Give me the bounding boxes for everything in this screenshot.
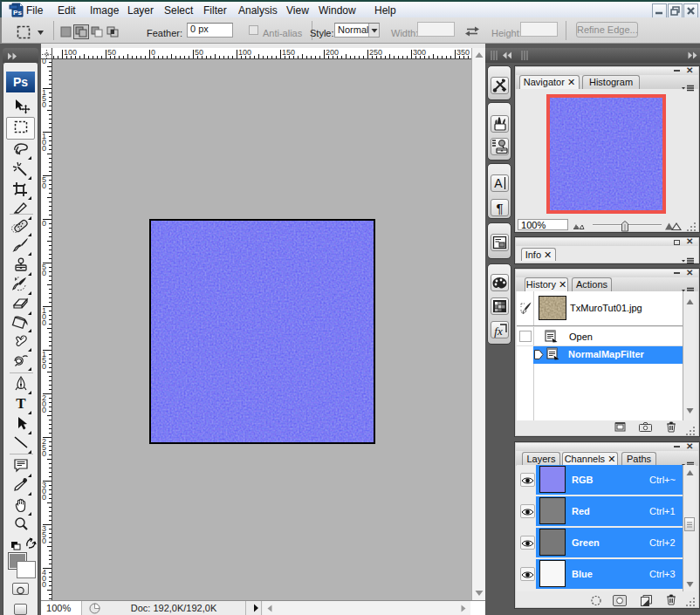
- svg-text:A: A: [494, 176, 503, 190]
- svg-text:¶: ¶: [496, 201, 503, 215]
- svg-text:Ps: Ps: [13, 9, 22, 17]
- svg-text:fx: fx: [494, 325, 503, 338]
- svg-text:T: T: [16, 396, 26, 411]
